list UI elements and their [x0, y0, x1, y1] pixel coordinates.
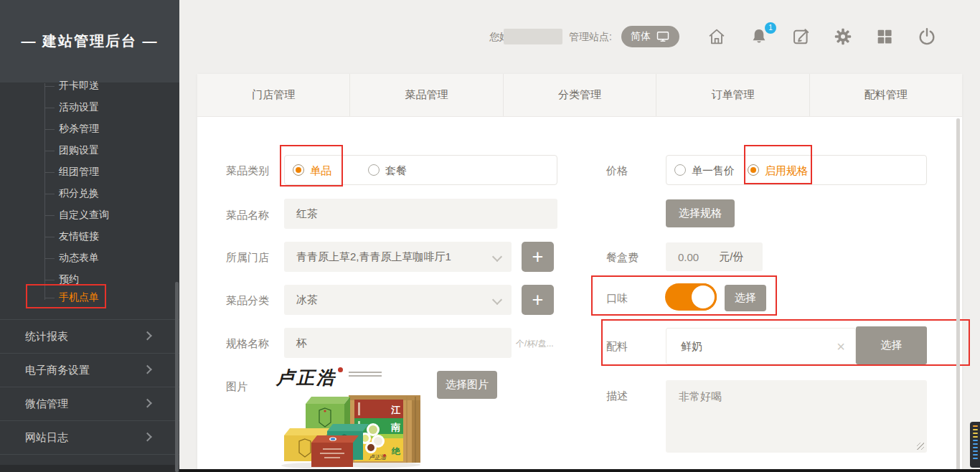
section-label: 网站日志 [0, 431, 68, 445]
radio-single-price[interactable] [674, 164, 686, 176]
resize-handle[interactable] [917, 443, 924, 450]
sidebar-section-weixinguanli[interactable]: 微信管理 [0, 387, 179, 420]
radio-single-item-label[interactable]: 单品 [310, 164, 331, 178]
tab-order-management[interactable]: 订单管理 [656, 74, 809, 116]
sidebar-item-label: 秒杀管理 [59, 123, 99, 136]
spec-name-label: 规格名称 [226, 337, 269, 351]
clear-icon[interactable]: × [837, 339, 845, 355]
page: — 建站管理后台 — 开卡即送 活动设置 秒杀管理 团购设置 组团管理 积分兑换… [0, 0, 980, 472]
brand-logo: 卢正浩 [276, 366, 382, 390]
sidebar-item-zidingyi[interactable]: 自定义查询 [44, 208, 109, 222]
section-label: 电子商务设置 [0, 364, 90, 377]
main-panel: 门店管理 菜品管理 分类管理 订单管理 配料管理 菜品类别 单品 套餐 菜品名称… [197, 74, 962, 472]
sidebar-item-label: 开卡即送 [59, 80, 99, 93]
tree-tick [44, 108, 55, 108]
classify-select[interactable]: 冰茶 [284, 285, 512, 315]
svg-text:南: 南 [390, 422, 400, 433]
app-title: — 建站管理后台 — [0, 32, 179, 51]
store-label: 所属门店 [226, 251, 269, 265]
product-image: 江 南 绝 卢正浩 [264, 391, 433, 470]
tree-tick [44, 86, 55, 87]
tree-tick [44, 298, 55, 298]
image-label: 图片 [226, 380, 248, 394]
sidebar-item-label: 组团管理 [59, 166, 99, 179]
gear-icon[interactable] [833, 27, 853, 47]
sidebar-item-kaikajisong[interactable]: 开卡即送 [44, 79, 99, 93]
ingredient-input[interactable]: 鲜奶 × [666, 328, 856, 364]
language-button[interactable]: 简体 [621, 26, 679, 47]
add-classify-button[interactable]: + [522, 285, 554, 315]
radio-single-item[interactable] [293, 164, 304, 176]
sidebar-item-huodongshezhi[interactable]: 活动设置 [44, 100, 99, 115]
tree-tick [44, 215, 55, 216]
sidebar-item-zutuan[interactable]: 组团管理 [44, 165, 99, 179]
home-icon[interactable] [707, 27, 727, 47]
sidebar-bottom-strip [0, 465, 179, 472]
chevron-right-icon [143, 433, 152, 442]
chevron-right-icon [143, 331, 152, 341]
sidebar-item-label: 友情链接 [59, 230, 99, 243]
choose-spec-button[interactable]: 选择规格 [666, 199, 735, 227]
box-fee-input[interactable]: 0.00 元/份 [666, 242, 763, 271]
tab-store-management[interactable]: 门店管理 [197, 74, 350, 116]
toggle-knob [689, 283, 717, 311]
tab-dish-management[interactable]: 菜品管理 [350, 74, 503, 116]
radio-enable-spec[interactable] [748, 164, 759, 176]
tab-category-management[interactable]: 分类管理 [504, 74, 656, 116]
add-store-button[interactable]: + [522, 242, 554, 272]
radio-combo[interactable] [368, 164, 380, 176]
tree-tick [44, 258, 55, 259]
box-fee-value: 0.00 [678, 251, 699, 263]
sidebar-item-youqing[interactable]: 友情链接 [44, 230, 99, 244]
sidebar-item-dongtai[interactable]: 动态表单 [44, 251, 99, 265]
desc-textarea[interactable]: 非常好喝 [666, 380, 927, 453]
flavor-select-button[interactable]: 选择 [725, 285, 766, 311]
site-label: 管理站点: [569, 31, 612, 44]
store-select[interactable]: 青青原上草2,青青原上草咖啡厅1 [284, 242, 512, 272]
classify-select-value: 冰茶 [296, 293, 318, 307]
sidebar-section-dianzishangwu[interactable]: 电子商务设置 [0, 353, 179, 387]
tree-tick [44, 129, 55, 130]
sidebar-item-label: 自定义查询 [59, 209, 109, 222]
flavor-label: 口味 [606, 292, 628, 306]
choose-image-button[interactable]: 选择图片 [437, 371, 497, 399]
panel-scrollbar[interactable] [956, 118, 960, 472]
spec-name-input[interactable]: 杯 [284, 328, 512, 358]
sidebar-item-label: 动态表单 [59, 252, 99, 265]
radio-single-price-label[interactable]: 单一售价 [692, 164, 735, 178]
sidebar-item-label: 积分兑换 [59, 187, 99, 200]
dish-category-label: 菜品类别 [226, 164, 269, 178]
sidebar-item-shoujidiandan-active[interactable]: 手机点单 [44, 291, 99, 305]
tree-tick [44, 194, 55, 194]
svg-text:绝: 绝 [391, 446, 401, 456]
radio-combo-label[interactable]: 套餐 [385, 164, 407, 178]
ingredient-label: 配料 [606, 340, 628, 354]
sidebar-item-jifen[interactable]: 积分兑换 [44, 187, 99, 201]
desc-value: 非常好喝 [679, 390, 722, 402]
sidebar-item-miaosha[interactable]: 秒杀管理 [44, 122, 99, 136]
right-edge-widget [970, 422, 980, 468]
edit-icon[interactable] [791, 27, 811, 47]
sidebar: — 建站管理后台 — 开卡即送 活动设置 秒杀管理 团购设置 组团管理 积分兑换… [0, 0, 179, 472]
ingredient-select-button[interactable]: 选择 [856, 326, 927, 364]
sidebar-section-tongjibaobiao[interactable]: 统计报表 [0, 319, 179, 353]
brand-seal-icon [338, 367, 343, 372]
sidebar-section-wangzhanrizhi[interactable]: 网站日志 [0, 420, 179, 454]
sidebar-item-tuangou[interactable]: 团购设置 [44, 143, 99, 158]
tab-ingredient-management[interactable]: 配料管理 [810, 74, 962, 116]
ingredient-value: 鲜奶 [681, 340, 702, 354]
brand-logo-text: 卢正浩 [276, 366, 336, 390]
power-icon[interactable] [917, 27, 937, 47]
sidebar-scrollbar[interactable] [175, 282, 179, 472]
radio-enable-spec-label[interactable]: 启用规格 [765, 164, 808, 178]
sidebar-item-yuyue[interactable]: 预约 [44, 273, 79, 287]
flavor-toggle[interactable] [665, 283, 717, 311]
bottom-edge [179, 469, 980, 472]
tree-tick [44, 237, 55, 237]
classify-label: 菜品分类 [226, 294, 269, 308]
dish-name-input[interactable]: 红茶 [284, 199, 557, 229]
brand-logo-subtext [349, 372, 382, 379]
grid-icon[interactable] [875, 27, 895, 47]
language-label: 简体 [631, 30, 651, 43]
store-select-value: 青青原上草2,青青原上草咖啡厅1 [296, 250, 451, 264]
